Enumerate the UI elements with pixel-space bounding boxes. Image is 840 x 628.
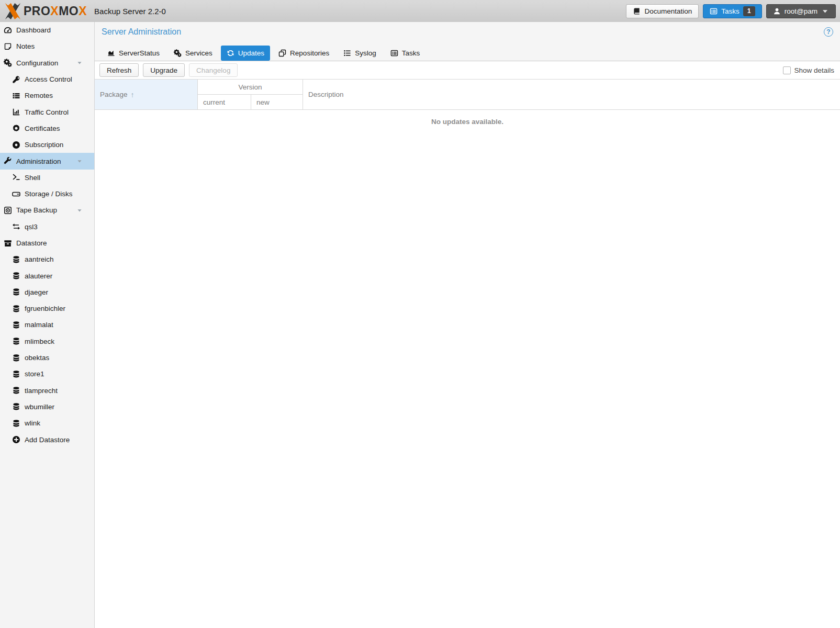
current-column-header[interactable]: current (198, 95, 251, 109)
top-bar: PROXMOX Backup Server 2.2-0 Documentatio… (0, 0, 840, 22)
list-rows-icon (12, 92, 20, 100)
logo-segment: MO (59, 4, 79, 18)
sidebar-item-administration[interactable]: Administration (0, 153, 94, 169)
tab-label: Tasks (402, 49, 420, 57)
version-group-header[interactable]: Version (198, 80, 303, 95)
sidebar-item-label: fgruenbichler (25, 305, 65, 312)
sort-ascending-icon: ↑ (131, 91, 135, 99)
sidebar-item-label: Tape Backup (16, 206, 57, 214)
sidebar-item-notes[interactable]: Notes (0, 38, 94, 54)
proxmox-wordmark: PROXMOX (24, 4, 87, 18)
plus-circle-icon (12, 435, 20, 444)
refresh-icon (227, 49, 234, 57)
proxmox-x-icon (4, 3, 21, 20)
tab-label: Updates (238, 49, 264, 57)
chevron-down-icon[interactable] (76, 207, 83, 214)
database-icon (12, 370, 20, 378)
chart-area-icon (107, 49, 115, 57)
life-ring-icon (12, 141, 20, 149)
sidebar-item-access-control[interactable]: Access Control (0, 71, 94, 87)
book-icon (633, 7, 641, 15)
sidebar-item-label: Add Datastore (25, 436, 70, 444)
version-header-label: Version (238, 83, 262, 91)
chevron-down-icon (821, 7, 829, 15)
refresh-button[interactable]: Refresh (99, 63, 139, 77)
database-icon (12, 255, 20, 264)
user-menu-button[interactable]: root@pam (766, 4, 836, 18)
chevron-down-icon[interactable] (76, 60, 83, 66)
sidebar-item-tlamprecht[interactable]: tlamprecht (0, 383, 94, 399)
sidebar-item-label: Traffic Control (25, 108, 69, 116)
sidebar-item-certificates[interactable]: Certificates (0, 120, 94, 137)
tab-serverstatus[interactable]: ServerStatus (102, 46, 165, 61)
sidebar-item-label: tlamprecht (25, 387, 58, 395)
note-icon (4, 42, 12, 51)
sidebar-item-store1[interactable]: store1 (0, 366, 94, 382)
sidebar-item-traffic-control[interactable]: Traffic Control (0, 104, 94, 120)
sidebar-item-tape-backup[interactable]: Tape Backup (0, 202, 94, 218)
logo-segment: X (50, 4, 59, 18)
package-column-header[interactable]: Package ↑ (95, 80, 198, 109)
sidebar-item-label: Subscription (25, 141, 63, 149)
database-icon (12, 337, 20, 345)
toolbar: RefreshUpgradeChangelog Show details (95, 61, 840, 79)
key-icon (12, 75, 20, 84)
user-label: root@pam (785, 7, 817, 15)
sidebar-item-wlink[interactable]: wlink (0, 415, 94, 431)
sidebar-item-shell[interactable]: Shell (0, 170, 94, 186)
tasks-button[interactable]: Tasks 1 (703, 4, 761, 18)
description-column-header[interactable]: Description (303, 80, 840, 109)
sidebar-item-storage-disks[interactable]: Storage / Disks (0, 186, 94, 202)
sidebar-item-configuration[interactable]: Configuration (0, 55, 94, 71)
tab-syslog[interactable]: Syslog (338, 46, 382, 61)
sidebar-item-label: djaeger (25, 288, 48, 296)
documentation-button[interactable]: Documentation (626, 4, 699, 18)
sidebar-item-label: aantreich (25, 255, 54, 263)
sidebar-item-obektas[interactable]: obektas (0, 350, 94, 366)
chart-bars-icon (12, 108, 20, 116)
sidebar-item-datastore[interactable]: Datastore (0, 235, 94, 251)
sidebar-item-subscription[interactable]: Subscription (0, 137, 94, 153)
sidebar-item-alauterer[interactable]: alauterer (0, 267, 94, 284)
content-header: Server Administration ? ServerStatusServ… (95, 22, 840, 61)
database-icon (12, 305, 20, 313)
tab-tasks[interactable]: Tasks (385, 46, 426, 61)
user-icon (773, 7, 781, 15)
tab-label: Services (185, 49, 212, 57)
sidebar-item-label: obektas (25, 354, 49, 362)
sidebar-item-remotes[interactable]: Remotes (0, 87, 94, 104)
wrench-icon (4, 157, 12, 165)
tab-services[interactable]: Services (168, 46, 218, 61)
sidebar-item-fgruenbichler[interactable]: fgruenbichler (0, 300, 94, 317)
sidebar-item-wbumiller[interactable]: wbumiller (0, 399, 94, 415)
sidebar-item-aantreich[interactable]: aantreich (0, 251, 94, 267)
sidebar-item-qsl3[interactable]: qsl3 (0, 219, 94, 235)
sidebar-item-dashboard[interactable]: Dashboard (0, 22, 94, 38)
sidebar-item-label: Configuration (16, 59, 58, 67)
new-column-header[interactable]: new (251, 95, 303, 109)
show-details-toggle[interactable]: Show details (783, 66, 834, 74)
cogs-icon (4, 59, 12, 67)
sidebar-item-mlimbeck[interactable]: mlimbeck (0, 333, 94, 350)
certificate-icon (12, 124, 20, 132)
sidebar-item-label: store1 (25, 370, 44, 378)
tab-updates[interactable]: Updates (221, 46, 270, 61)
sidebar-item-label: qsl3 (25, 223, 38, 231)
sidebar-item-label: Administration (16, 158, 61, 165)
sidebar-item-label: mlimbeck (25, 338, 54, 345)
sidebar-item-label: wlink (25, 419, 40, 427)
documentation-label: Documentation (644, 7, 692, 15)
sidebar-item-malmalat[interactable]: malmalat (0, 317, 94, 333)
show-details-checkbox[interactable] (783, 66, 791, 74)
sidebar-item-djaeger[interactable]: djaeger (0, 284, 94, 300)
changelog-button: Changelog (189, 63, 238, 77)
page-title: Server Administration (102, 27, 181, 37)
upgrade-button[interactable]: Upgrade (143, 63, 185, 77)
grid-header: Package ↑ Version current new Descriptio… (95, 79, 840, 110)
chevron-down-icon[interactable] (76, 158, 83, 164)
current-header-label: current (203, 98, 225, 106)
help-icon[interactable]: ? (824, 27, 833, 37)
sidebar-item-add-datastore[interactable]: Add Datastore (0, 431, 94, 447)
tab-repositories[interactable]: Repositories (273, 46, 335, 61)
sidebar-item-label: Certificates (25, 125, 60, 132)
